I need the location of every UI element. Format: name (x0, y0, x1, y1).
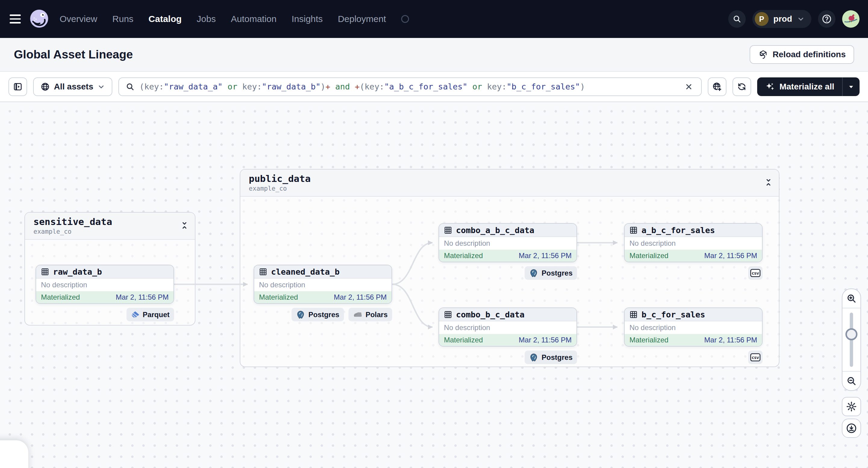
asset-node-combo_b_c_data[interactable]: combo_b_c_data No description Materializ… (438, 308, 577, 347)
asset-description: No description (36, 279, 174, 291)
kind-badge-postgres[interactable]: Postgres (525, 266, 577, 280)
asset-filter-input[interactable]: (key:"raw_data_a" or key:"raw_data_b")+ … (118, 77, 702, 96)
materialize-split-button: Materialize all (757, 77, 860, 96)
asset-scope-dropdown[interactable]: All assets (33, 77, 112, 96)
reload-definitions-button[interactable]: Reload definitions (750, 45, 854, 64)
download-icon (846, 423, 857, 434)
menu-button[interactable] (8, 12, 23, 26)
materialize-all-button[interactable]: Materialize all (757, 77, 842, 96)
deployment-switcher[interactable]: P prod (752, 10, 811, 28)
refresh-icon (737, 82, 747, 92)
kind-badge-postgres[interactable]: Postgres (525, 350, 577, 364)
asset-node-header: combo_a_b_c_data (439, 224, 577, 237)
asset-status-row: Materialized Mar 2, 11:56 PM (625, 334, 762, 346)
asset-node-raw_data_b[interactable]: raw_data_b No description Materialized M… (35, 265, 174, 304)
postgres-icon (529, 353, 538, 362)
zoom-in-button[interactable] (842, 289, 861, 308)
materialization-timestamp: Mar 2, 11:56 PM (704, 336, 757, 344)
clear-filter-button[interactable] (683, 81, 694, 92)
refresh-button[interactable] (733, 77, 751, 96)
status-badge: Materialized (444, 336, 483, 344)
asset-kind-badges: Postgres (438, 266, 577, 280)
kind-badge-label: Parquet (143, 311, 169, 319)
postgres-icon (296, 310, 305, 319)
status-badge: Materialized (444, 251, 483, 260)
zoom-slider[interactable] (842, 308, 861, 371)
asset-status-row: Materialized Mar 2, 11:56 PM (439, 250, 577, 262)
settings-button[interactable] (842, 397, 861, 416)
close-icon (684, 82, 693, 91)
top-nav: OverviewRunsCatalogJobsAutomationInsight… (0, 0, 868, 38)
filter-query-text: (key:"raw_data_a" or key:"raw_data_b")+ … (140, 82, 678, 91)
materialization-timestamp: Mar 2, 11:56 PM (519, 336, 571, 344)
kind-badge-parquet[interactable]: Parquet (126, 308, 174, 321)
help-icon (821, 13, 832, 24)
external-scope-button[interactable] (708, 77, 726, 96)
chevron-down-icon (97, 83, 105, 91)
asset-node-b_c_for_sales[interactable]: b_c_for_sales No description Materialize… (624, 308, 763, 347)
search-icon (733, 14, 742, 24)
nav-item-automation[interactable]: Automation (231, 14, 277, 24)
asset-kind-badges: PostgresPolars (254, 308, 392, 321)
toggle-sidebar-button[interactable] (8, 77, 27, 96)
globe-icon (40, 82, 50, 92)
kind-badge-csv[interactable]: CSV (748, 350, 763, 364)
help-button[interactable] (818, 10, 835, 28)
asset-scope-label: All assets (54, 82, 93, 92)
parquet-icon (131, 311, 140, 318)
table-icon (629, 311, 638, 319)
zoom-slider-thumb[interactable] (845, 328, 858, 340)
table-icon (259, 268, 267, 276)
zoom-controls (842, 288, 861, 391)
nav-item-jobs[interactable]: Jobs (197, 14, 216, 24)
kind-badge-polars[interactable]: Polars (348, 308, 392, 321)
kind-badge-postgres[interactable]: Postgres (291, 308, 344, 321)
asset-status-row: Materialized Mar 2, 11:56 PM (254, 291, 392, 303)
asset-name: combo_b_c_data (456, 310, 525, 319)
dagster-logo-icon[interactable] (29, 9, 50, 29)
asset-description: No description (439, 237, 577, 250)
asset-node-cleaned_data_b[interactable]: cleaned_data_b No description Materializ… (254, 265, 392, 304)
asset-node-header: combo_b_c_data (439, 308, 577, 321)
postgres-icon (529, 269, 538, 278)
asset-kind-badges: CSV (624, 350, 763, 364)
status-badge: Materialized (259, 293, 298, 302)
asset-node-a_b_c_for_sales[interactable]: a_b_c_for_sales No description Materiali… (624, 223, 763, 262)
nav-item-insights[interactable]: Insights (291, 14, 322, 24)
chevron-down-icon (797, 15, 805, 23)
lineage-toolbar: All assets (key:"raw_data_a" or key:"raw… (0, 72, 868, 102)
asset-node-combo_a_b_c_data[interactable]: combo_a_b_c_data No description Material… (438, 223, 577, 262)
corner-card (0, 440, 28, 468)
asset-node-header: cleaned_data_b (254, 265, 392, 279)
main-nav: OverviewRunsCatalogJobsAutomationInsight… (60, 14, 409, 24)
asset-name: b_c_for_sales (642, 310, 705, 319)
status-badge: Materialized (629, 336, 668, 344)
lineage-canvas[interactable]: sensitive_data example_co public_data ex… (0, 102, 868, 468)
kind-badge-csv[interactable]: CSV (748, 266, 763, 280)
asset-status-row: Materialized Mar 2, 11:56 PM (439, 334, 577, 346)
download-button[interactable] (842, 418, 861, 438)
asset-name: cleaned_data_b (271, 267, 340, 277)
user-avatar[interactable] (842, 10, 860, 28)
globe-plus-icon (712, 82, 722, 92)
status-badge: Materialized (629, 251, 668, 260)
asset-node-header: a_b_c_for_sales (625, 224, 762, 237)
zoom-out-button[interactable] (842, 371, 861, 390)
polars-icon (353, 311, 362, 318)
table-icon (629, 226, 638, 234)
search-icon (126, 82, 135, 91)
nav-item-deployment[interactable]: Deployment (338, 14, 386, 24)
nav-item-catalog[interactable]: Catalog (149, 14, 182, 24)
csv-icon: CSV (750, 353, 761, 362)
sparkles-icon (765, 82, 775, 92)
search-button[interactable] (728, 10, 746, 28)
asset-node-header: raw_data_b (36, 265, 174, 279)
kind-badge-label: Polars (366, 311, 388, 319)
materialize-dropdown-button[interactable] (842, 77, 860, 96)
nav-item-overview[interactable]: Overview (60, 14, 97, 24)
materialization-timestamp: Mar 2, 11:56 PM (519, 251, 571, 260)
asset-description: No description (254, 279, 392, 291)
nav-item-runs[interactable]: Runs (112, 14, 133, 24)
asset-description: No description (625, 321, 762, 334)
table-icon (41, 268, 49, 276)
